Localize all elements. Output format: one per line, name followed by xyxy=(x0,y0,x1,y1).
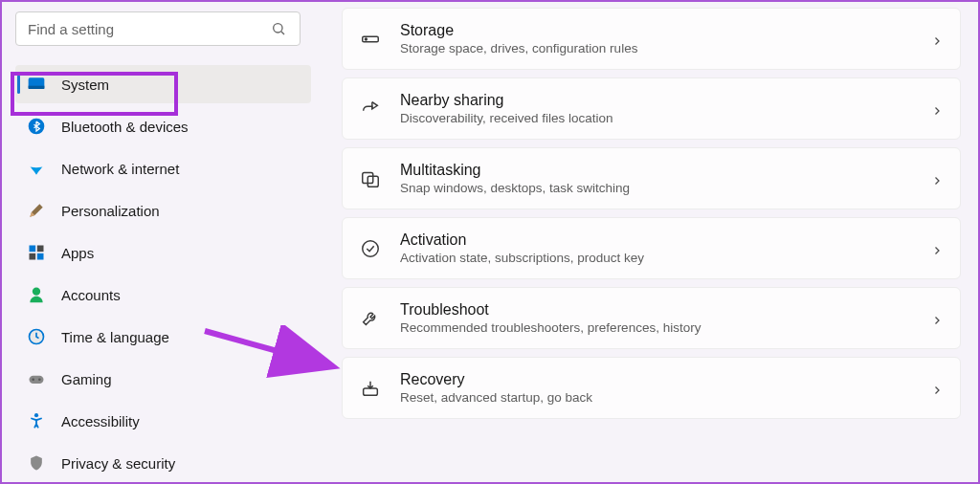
sidebar-item-gaming[interactable]: Gaming xyxy=(15,360,311,398)
privacy-icon xyxy=(27,453,46,473)
sidebar-item-personalization[interactable]: Personalization xyxy=(15,191,311,230)
main-content: Storage Storage space, drives, configura… xyxy=(323,2,978,482)
sidebar-item-accounts[interactable]: Accounts xyxy=(15,275,311,314)
nearby-sharing-icon xyxy=(360,99,381,120)
svg-rect-11 xyxy=(30,376,44,384)
card-desc: Storage space, drives, configuration rul… xyxy=(400,41,912,55)
chevron-right-icon xyxy=(931,243,943,254)
card-desc: Reset, advanced startup, go back xyxy=(400,390,912,405)
svg-rect-8 xyxy=(37,253,44,260)
svg-rect-6 xyxy=(37,246,44,253)
svg-rect-7 xyxy=(30,253,36,260)
card-desc: Snap windows, desktops, task switching xyxy=(400,181,912,195)
card-text: Multitasking Snap windows, desktops, tas… xyxy=(400,162,912,195)
card-desc: Activation state, subscriptions, product… xyxy=(400,251,912,265)
card-title: Storage xyxy=(400,22,912,39)
card-text: Activation Activation state, subscriptio… xyxy=(400,231,912,265)
card-desc: Recommended troubleshooters, preferences… xyxy=(400,320,912,335)
card-activation[interactable]: Activation Activation state, subscriptio… xyxy=(342,217,961,279)
sidebar-item-bluetooth[interactable]: Bluetooth & devices xyxy=(15,107,311,145)
svg-point-14 xyxy=(34,413,38,417)
sidebar: System Bluetooth & devices Network & int… xyxy=(2,2,323,482)
sidebar-item-label: Privacy & security xyxy=(61,455,175,472)
sidebar-item-label: Time & language xyxy=(61,329,169,345)
accounts-icon xyxy=(27,285,46,304)
bluetooth-icon xyxy=(27,117,46,136)
svg-point-20 xyxy=(363,240,379,256)
system-icon xyxy=(27,75,46,94)
card-troubleshoot[interactable]: Troubleshoot Recommended troubleshooters… xyxy=(342,287,961,349)
card-title: Activation xyxy=(400,231,912,249)
card-nearby-sharing[interactable]: Nearby sharing Discoverability, received… xyxy=(342,77,961,140)
card-title: Nearby sharing xyxy=(400,92,912,109)
sidebar-item-label: Gaming xyxy=(61,371,112,387)
svg-rect-5 xyxy=(30,246,36,253)
card-storage[interactable]: Storage Storage space, drives, configura… xyxy=(342,8,961,70)
gaming-icon xyxy=(27,369,46,388)
sidebar-item-privacy[interactable]: Privacy & security xyxy=(15,444,311,482)
personalization-icon xyxy=(27,201,46,220)
network-icon xyxy=(27,159,46,178)
card-desc: Discoverability, received files location xyxy=(400,111,912,125)
sidebar-item-label: Bluetooth & devices xyxy=(61,119,189,135)
sidebar-item-label: Apps xyxy=(61,245,94,261)
sidebar-item-label: Network & internet xyxy=(61,161,179,177)
card-text: Recovery Reset, advanced startup, go bac… xyxy=(400,371,912,405)
card-text: Troubleshoot Recommended troubleshooters… xyxy=(400,301,912,335)
svg-point-12 xyxy=(32,379,34,382)
multitasking-icon xyxy=(360,168,381,189)
chevron-right-icon xyxy=(931,313,943,324)
search-container xyxy=(15,11,311,46)
sidebar-item-system[interactable]: System xyxy=(15,65,311,103)
svg-point-9 xyxy=(33,288,40,296)
search-icon xyxy=(271,21,286,36)
sidebar-item-label: Accessibility xyxy=(61,413,140,429)
sidebar-item-label: System xyxy=(61,77,109,93)
card-title: Recovery xyxy=(400,371,912,388)
chevron-right-icon xyxy=(931,103,943,115)
chevron-right-icon xyxy=(931,173,943,185)
svg-line-1 xyxy=(281,32,284,34)
sidebar-nav: System Bluetooth & devices Network & int… xyxy=(15,65,311,482)
storage-icon xyxy=(360,29,381,50)
svg-point-17 xyxy=(366,38,368,40)
apps-icon xyxy=(27,243,46,262)
card-recovery[interactable]: Recovery Reset, advanced startup, go bac… xyxy=(342,357,961,419)
recovery-icon xyxy=(360,378,381,399)
svg-point-0 xyxy=(274,24,282,33)
chevron-right-icon xyxy=(931,33,943,45)
activation-icon xyxy=(360,238,381,259)
card-multitasking[interactable]: Multitasking Snap windows, desktops, tas… xyxy=(342,147,961,209)
svg-rect-21 xyxy=(364,388,378,395)
time-language-icon xyxy=(27,327,46,346)
sidebar-item-network[interactable]: Network & internet xyxy=(15,149,311,187)
sidebar-item-accessibility[interactable]: Accessibility xyxy=(15,402,311,440)
card-text: Nearby sharing Discoverability, received… xyxy=(400,92,912,125)
svg-rect-3 xyxy=(29,86,45,89)
card-title: Troubleshoot xyxy=(400,301,912,319)
card-title: Multitasking xyxy=(400,162,912,179)
chevron-right-icon xyxy=(931,383,943,394)
sidebar-item-label: Accounts xyxy=(61,287,121,303)
svg-point-13 xyxy=(38,379,41,382)
accessibility-icon xyxy=(27,411,46,430)
search-input[interactable] xyxy=(15,11,301,46)
sidebar-item-time-language[interactable]: Time & language xyxy=(15,318,311,356)
sidebar-item-apps[interactable]: Apps xyxy=(15,233,311,272)
troubleshoot-icon xyxy=(360,308,381,329)
card-text: Storage Storage space, drives, configura… xyxy=(400,22,912,55)
sidebar-item-label: Personalization xyxy=(61,203,160,219)
